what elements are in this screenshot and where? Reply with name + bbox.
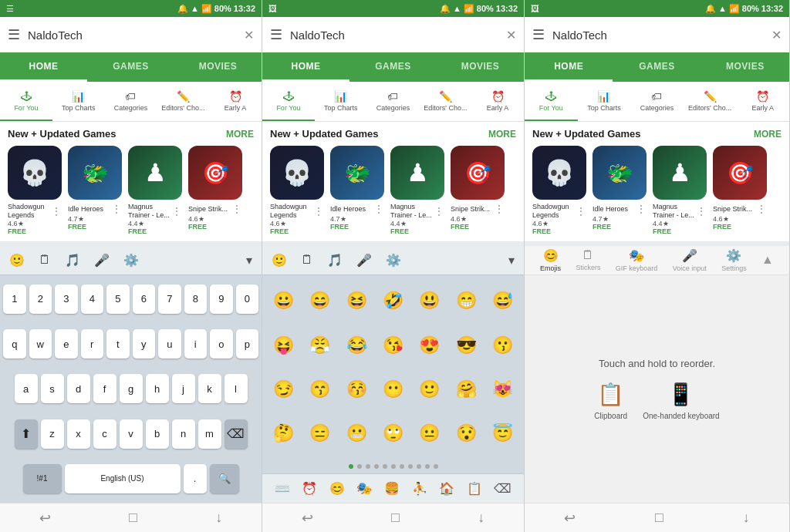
kb-key-c[interactable]: c bbox=[93, 419, 116, 449]
game-item-idle-2[interactable]: 🐲 Idle Heroes ⋮ 4.7★ FREE bbox=[330, 146, 384, 235]
recents-nav-icon-2[interactable]: ↓ bbox=[478, 510, 484, 526]
kb-key-6[interactable]: 6 bbox=[133, 285, 156, 314]
kb-key-numbers[interactable]: !#1 bbox=[23, 464, 62, 493]
recents-nav-icon-3[interactable]: ↓ bbox=[743, 510, 750, 526]
kb-key-w[interactable]: w bbox=[29, 329, 52, 359]
emoji-hugging[interactable]: 🤗 bbox=[451, 375, 481, 403]
subtab-foryou-3[interactable]: 🕹 For You bbox=[525, 82, 578, 121]
tab-games-1[interactable]: GAMES bbox=[87, 52, 174, 82]
food-emoji-icon[interactable]: 🍔 bbox=[384, 481, 400, 496]
game-item-snipe-2[interactable]: 🎯 Snipe Strik... ⋮ 4.6★ FREE bbox=[451, 146, 505, 235]
emoji-smile[interactable]: 😁 bbox=[451, 287, 481, 315]
home-nav-icon-1[interactable]: □ bbox=[129, 510, 137, 526]
kb-key-8[interactable]: 8 bbox=[184, 285, 208, 314]
hamburger-icon-2[interactable]: ☰ bbox=[270, 26, 282, 43]
kb-key-l[interactable]: l bbox=[225, 374, 248, 403]
emoji-expressionless[interactable]: 😶 bbox=[377, 375, 408, 403]
settings-tab-gif[interactable]: 🎭 GIF keyboard bbox=[609, 248, 664, 272]
game-menu-snipe-2[interactable]: ⋮ bbox=[494, 203, 505, 215]
game-menu-snipe-3[interactable]: ⋮ bbox=[756, 203, 767, 215]
subtab-categories-1[interactable]: 🏷 Categories bbox=[105, 82, 157, 121]
kb-key-search[interactable]: 🔍 bbox=[210, 464, 239, 493]
hamburger-icon-1[interactable]: ☰ bbox=[8, 26, 20, 43]
emoji-grimacing[interactable]: 😬 bbox=[341, 419, 372, 447]
kb-key-v[interactable]: v bbox=[120, 419, 143, 449]
tab-games-2[interactable]: GAMES bbox=[349, 52, 437, 82]
kb-key-j[interactable]: j bbox=[172, 374, 195, 403]
games-more-1[interactable]: MORE bbox=[226, 129, 254, 140]
emoji-dot-3[interactable] bbox=[366, 464, 370, 469]
emoji-innocent[interactable]: 😇 bbox=[487, 419, 518, 447]
kb-key-n[interactable]: n bbox=[172, 419, 195, 449]
search-input-3[interactable] bbox=[552, 29, 764, 42]
emoji-triumph[interactable]: 😤 bbox=[305, 332, 336, 359]
tab-home-3[interactable]: HOME bbox=[525, 52, 613, 82]
kb-key-t[interactable]: t bbox=[106, 329, 130, 359]
subtab-topcharts-3[interactable]: 📊 Top Charts bbox=[578, 82, 631, 121]
collapse-tab-icon[interactable]: ▾ bbox=[508, 253, 515, 268]
settings-tab-voice[interactable]: 🎤 Voice input bbox=[667, 248, 713, 272]
settings-tab-stickers[interactable]: 🗒 Stickers bbox=[569, 248, 606, 271]
emoji-dot-5[interactable] bbox=[383, 464, 387, 469]
subtab-editors-1[interactable]: ✏️ Editors' Cho... bbox=[157, 82, 209, 121]
game-item-shadowgun-2[interactable]: 💀 Shadowgun Legends ⋮ 4.6★ FREE bbox=[270, 146, 324, 235]
kb-key-k[interactable]: k bbox=[198, 374, 221, 403]
emoji-dot-8[interactable] bbox=[408, 464, 413, 469]
subtab-early-2[interactable]: ⏰ Early A bbox=[471, 82, 524, 121]
emoji-smiley[interactable]: 😃 bbox=[414, 287, 445, 315]
game-menu-idle-3[interactable]: ⋮ bbox=[636, 203, 647, 215]
kb-key-x[interactable]: x bbox=[67, 419, 90, 449]
kb-key-3[interactable]: 3 bbox=[55, 285, 78, 314]
emoji-dot-7[interactable] bbox=[400, 464, 404, 469]
subtab-early-1[interactable]: ⏰ Early A bbox=[209, 82, 262, 121]
kb-key-4[interactable]: 4 bbox=[81, 285, 104, 314]
emoji-neutral[interactable]: 😐 bbox=[414, 419, 445, 447]
keyboard-switch-icon[interactable]: ⌨️ bbox=[275, 481, 290, 496]
game-item-magnus-1[interactable]: ♟ Magnus Trainer - Le... ⋮ 4.4★ FREE bbox=[128, 146, 182, 235]
objects-emoji-icon[interactable]: 📋 bbox=[467, 481, 482, 496]
emoji-rolling-eyes[interactable]: 🙄 bbox=[377, 419, 408, 447]
mic-tab-icon[interactable]: 🎤 bbox=[356, 253, 372, 268]
tab-movies-2[interactable]: MOVIES bbox=[437, 52, 524, 82]
emoji-expressionless2[interactable]: 😑 bbox=[305, 419, 336, 447]
kb-key-z[interactable]: z bbox=[41, 419, 64, 449]
sticker-tab-icon[interactable]: 🗒 bbox=[301, 253, 313, 267]
emoji-hushed[interactable]: 😯 bbox=[451, 419, 481, 447]
kb-key-f[interactable]: f bbox=[93, 374, 116, 403]
home-nav-icon-2[interactable]: □ bbox=[391, 510, 400, 526]
travel-emoji-icon[interactable]: 🏠 bbox=[439, 481, 454, 496]
emoji-thinking[interactable]: 🤔 bbox=[268, 419, 299, 447]
kb-key-i[interactable]: i bbox=[184, 329, 208, 359]
gear-tab-icon[interactable]: ⚙️ bbox=[386, 253, 401, 268]
kb-key-s[interactable]: s bbox=[41, 374, 64, 403]
emoji-cat-heart-eyes[interactable]: 😻 bbox=[487, 375, 518, 403]
kb-key-h[interactable]: h bbox=[146, 374, 169, 403]
emoji-sunglasses[interactable]: 😎 bbox=[451, 332, 481, 359]
kb-key-b[interactable]: b bbox=[146, 419, 169, 449]
kb-key-p[interactable]: p bbox=[236, 329, 259, 359]
emoji-kissing-heart[interactable]: 😘 bbox=[377, 332, 408, 359]
emoji-kissing[interactable]: 😗 bbox=[487, 332, 518, 359]
kb-key-7[interactable]: 7 bbox=[158, 285, 181, 314]
emoji-dot-11[interactable] bbox=[434, 464, 438, 469]
search-input-1[interactable] bbox=[28, 29, 236, 42]
tab-home-1[interactable]: HOME bbox=[0, 52, 87, 82]
clear-icon-3[interactable]: ✕ bbox=[771, 28, 782, 42]
kb-key-2[interactable]: 2 bbox=[29, 285, 52, 314]
emoji-grin[interactable]: 😄 bbox=[305, 287, 336, 315]
kb-key-r[interactable]: r bbox=[81, 329, 104, 359]
kb-key-1[interactable]: 1 bbox=[3, 285, 26, 314]
emoji-laughing[interactable]: 😆 bbox=[341, 287, 372, 315]
game-item-magnus-3[interactable]: ♟ Magnus Trainer - Le... ⋮ 4.4★ FREE bbox=[653, 146, 707, 235]
game-menu-shadowgun-2[interactable]: ⋮ bbox=[313, 205, 324, 217]
kb-key-5[interactable]: 5 bbox=[106, 285, 130, 314]
subtab-editors-2[interactable]: ✏️ Editors' Cho... bbox=[419, 82, 471, 121]
kb-key-shift[interactable]: ⬆ bbox=[15, 419, 38, 449]
game-item-magnus-2[interactable]: ♟ Magnus Trainer - Le... ⋮ 4.4★ FREE bbox=[390, 146, 444, 235]
game-item-snipe-1[interactable]: 🎯 Snipe Strik... ⋮ 4.6★ FREE bbox=[188, 146, 242, 235]
kb-key-9[interactable]: 9 bbox=[210, 285, 233, 314]
tab-home-2[interactable]: HOME bbox=[262, 52, 349, 82]
emoji-dot-6[interactable] bbox=[391, 464, 396, 469]
emoji-slightly-smiling[interactable]: 🙂 bbox=[414, 375, 445, 403]
kb-key-0[interactable]: 0 bbox=[236, 285, 259, 314]
